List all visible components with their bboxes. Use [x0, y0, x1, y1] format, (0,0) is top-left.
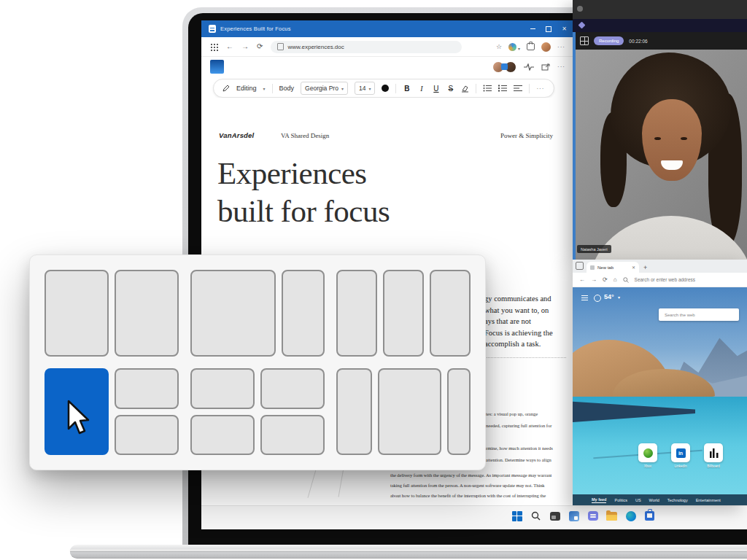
- snap-zone[interactable]: [430, 270, 471, 357]
- minimize-icon[interactable]: [530, 28, 535, 29]
- address-url[interactable]: www.experiences.doc: [287, 44, 344, 50]
- doc-paragraph-fragment: tes: a visual pop up, orange needed, cap…: [486, 408, 551, 432]
- address-placeholder[interactable]: Search or enter web address: [635, 277, 695, 282]
- snap-zone[interactable]: [190, 415, 255, 456]
- editing-caret-icon: [263, 85, 266, 92]
- tab-actions-icon[interactable]: [576, 262, 584, 270]
- maximize-icon[interactable]: [546, 26, 551, 32]
- quick-link-billboard[interactable]: [704, 443, 723, 462]
- browser-essentials-icon[interactable]: [508, 40, 520, 53]
- browser-more-icon[interactable]: ···: [557, 44, 565, 50]
- align-left-icon[interactable]: [514, 85, 522, 92]
- edge-icon[interactable]: [624, 510, 637, 522]
- word-app-logo[interactable]: [210, 60, 224, 74]
- strikethrough-button[interactable]: S: [446, 85, 454, 93]
- snap-layouts-panel: [29, 254, 486, 470]
- start-icon[interactable]: [511, 510, 523, 522]
- address-bar[interactable]: www.experiences.doc: [271, 41, 462, 53]
- linkedin-icon: in: [676, 448, 686, 458]
- document-app-icon: [209, 25, 216, 33]
- gallery-view-icon[interactable]: [580, 36, 589, 45]
- favorites-icon[interactable]: ☆: [496, 43, 502, 50]
- tab-close-icon[interactable]: ✕: [632, 265, 635, 270]
- profile-avatar[interactable]: [541, 42, 551, 52]
- tab-new-tab[interactable]: New tab ✕: [587, 262, 639, 273]
- refresh-icon[interactable]: ⟳: [603, 276, 608, 283]
- forward-icon[interactable]: →: [591, 276, 597, 283]
- italic-button[interactable]: I: [417, 85, 425, 93]
- task-view-icon[interactable]: [549, 510, 561, 522]
- share-icon[interactable]: [541, 63, 550, 71]
- snap-layout-quad[interactable]: [190, 368, 325, 455]
- snap-layout-three-columns[interactable]: [336, 270, 471, 357]
- feed-item-my-feed[interactable]: My feed: [592, 497, 606, 503]
- snap-zone[interactable]: [447, 368, 471, 455]
- font-size-selector[interactable]: 14: [355, 82, 375, 95]
- apps-grid-icon[interactable]: [210, 43, 218, 51]
- back-icon[interactable]: ←: [579, 276, 585, 283]
- meeting-controls-row: Recording 00:22:06: [573, 32, 747, 50]
- font-color-button[interactable]: [382, 85, 389, 92]
- close-icon[interactable]: ✕: [562, 26, 567, 32]
- activity-icon[interactable]: [524, 63, 534, 71]
- feed-item-world[interactable]: World: [649, 498, 659, 502]
- snap-zone[interactable]: [190, 368, 255, 409]
- snap-zone[interactable]: [260, 368, 325, 409]
- editing-mode[interactable]: Editing: [236, 85, 257, 92]
- feed-item-technology[interactable]: Technology: [667, 498, 688, 502]
- snap-layout-two-halves[interactable]: [44, 270, 179, 357]
- teams-call-window[interactable]: Recording 00:22:06 Natasha Javeri: [573, 0, 747, 260]
- doc-paragraph: the delivery form with the urgency of th…: [390, 470, 551, 501]
- font-selector[interactable]: Georgia Pro: [301, 82, 348, 95]
- numbered-list-icon[interactable]: [498, 85, 507, 92]
- quick-link-linkedin[interactable]: in: [671, 443, 690, 462]
- snap-zone[interactable]: [336, 270, 377, 357]
- snap-zone[interactable]: [282, 270, 325, 357]
- app-more-icon[interactable]: ···: [557, 63, 565, 70]
- back-icon[interactable]: ←: [226, 43, 233, 50]
- chat-icon[interactable]: [587, 510, 599, 522]
- temperature[interactable]: 54°: [604, 293, 614, 300]
- search-icon[interactable]: [530, 510, 542, 522]
- style-selector[interactable]: Body: [279, 85, 295, 92]
- doc-window-titlebar[interactable]: Experiences Built for Focus ✕: [201, 20, 574, 37]
- snap-zone[interactable]: [383, 270, 424, 357]
- forward-icon[interactable]: →: [241, 43, 249, 50]
- quick-link-xbox[interactable]: [638, 443, 657, 462]
- doc-brand-logo: VanArsdel: [219, 131, 254, 139]
- store-icon[interactable]: [643, 510, 656, 522]
- new-tab-icon[interactable]: +: [643, 264, 647, 271]
- feed-item-politics[interactable]: Politics: [614, 498, 627, 502]
- snap-layout-wide-left[interactable]: [190, 270, 325, 357]
- highlighter-icon[interactable]: [461, 85, 469, 93]
- toolbar-more-icon[interactable]: ···: [536, 85, 544, 92]
- file-explorer-icon[interactable]: [605, 510, 618, 522]
- search-icon: [623, 277, 629, 283]
- weather-caret-icon: ▾: [618, 295, 620, 300]
- menu-icon[interactable]: [581, 295, 588, 300]
- home-icon[interactable]: ⌂: [614, 276, 617, 283]
- collaborator-avatars[interactable]: [492, 61, 516, 73]
- edge-newtab-window[interactable]: New tab ✕ + ← → ⟳ ⌂ Search or enter web …: [573, 260, 747, 505]
- feed-item-us[interactable]: US: [635, 498, 641, 502]
- snap-zone[interactable]: [190, 270, 276, 357]
- snap-zone[interactable]: [44, 270, 109, 357]
- snap-zone[interactable]: [115, 415, 179, 456]
- feed-item-entertainment[interactable]: Entertainment: [696, 498, 721, 502]
- snap-zone[interactable]: [336, 368, 372, 455]
- collections-icon[interactable]: [527, 43, 535, 50]
- teams-titlebar[interactable]: [573, 0, 747, 19]
- presence-badge: [501, 63, 508, 70]
- refresh-icon[interactable]: ⟳: [257, 43, 263, 50]
- snap-layout-center-wide[interactable]: [336, 368, 471, 455]
- web-search-box[interactable]: Search the web: [659, 308, 739, 321]
- background-window-edge: [573, 32, 576, 260]
- snap-zone[interactable]: [115, 368, 179, 409]
- widgets-icon[interactable]: [568, 510, 580, 522]
- underline-button[interactable]: U: [432, 85, 440, 93]
- snap-zone[interactable]: [260, 415, 325, 456]
- bullet-list-icon[interactable]: [483, 85, 492, 92]
- snap-zone[interactable]: [115, 270, 179, 357]
- bold-button[interactable]: B: [403, 85, 411, 93]
- snap-zone[interactable]: [378, 368, 442, 455]
